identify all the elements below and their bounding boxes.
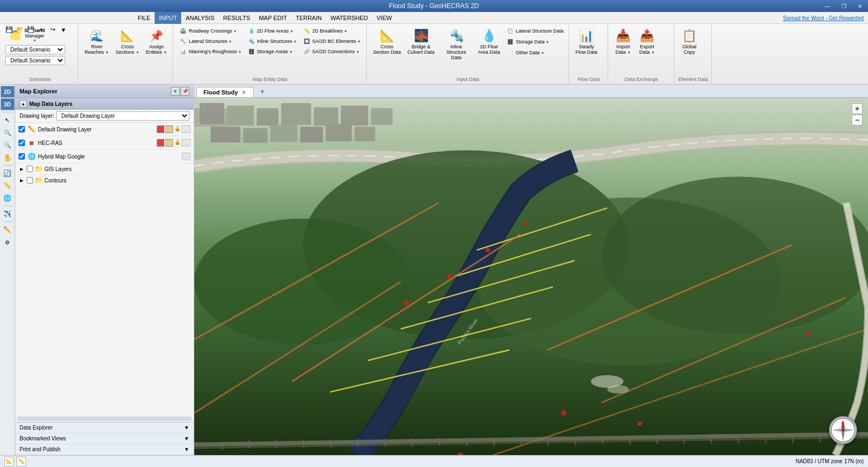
bookmarked-views-item[interactable]: Bookmarked Views ▼ bbox=[15, 433, 194, 444]
global-copy-btn[interactable]: 📋 GlobalCopy bbox=[679, 26, 700, 56]
menu-mapedit[interactable]: MAP EDIT bbox=[254, 12, 291, 24]
layer-item-hecras[interactable]: ■ HEC-RAS 🔒 ... bbox=[15, 136, 194, 150]
zoom-out-tool-btn[interactable]: 🔍 bbox=[2, 139, 14, 151]
2d-flow-areas-btn[interactable]: 💧 2D Flow Areas ▼ bbox=[246, 26, 299, 36]
layer-item-gis[interactable]: ▶ 📁 GIS Layers bbox=[15, 163, 194, 175]
close-button[interactable]: ✕ bbox=[852, 0, 868, 12]
print-publish-item[interactable]: Print and Publish ▼ bbox=[15, 444, 194, 455]
layer-checkbox-gis[interactable] bbox=[27, 166, 33, 172]
export-data-btn[interactable]: 📤 ExportData ▼ bbox=[636, 26, 658, 56]
sidebar-scrollbar[interactable] bbox=[17, 416, 192, 421]
2d-breaklines-arrow: ▼ bbox=[344, 29, 348, 33]
sa2d-connections-btn[interactable]: 🔗 SA/2D Connections ▼ bbox=[301, 47, 363, 56]
mannings-roughness-btn[interactable]: 📊 Manning's Roughness ▼ bbox=[177, 47, 244, 56]
layers-collapse-btn[interactable]: ▲ bbox=[20, 100, 27, 108]
svg-rect-7 bbox=[341, 106, 368, 126]
map-entity-group-label: Map Entity Data bbox=[177, 75, 363, 82]
layer-swatch-default[interactable] bbox=[157, 125, 164, 133]
layer-more-google[interactable]: ... bbox=[182, 153, 190, 160]
steady-flow-data-btn[interactable]: 📊 SteadyFlow Data bbox=[573, 26, 600, 56]
global-copy-label: GlobalCopy bbox=[682, 45, 697, 55]
storage-data-btn[interactable]: 🗄️ Storage Data ▼ bbox=[505, 37, 565, 47]
qa-redo-btn[interactable]: ↪ bbox=[48, 25, 58, 35]
other-data-btn[interactable]: 📄 Other Data ▼ bbox=[505, 48, 565, 58]
menu-input[interactable]: INPUT bbox=[155, 12, 181, 24]
lateral-structures-btn[interactable]: 🔧 Lateral Structures ▼ bbox=[177, 36, 244, 46]
cross-sections-btn[interactable]: 📐 CrossSections ▼ bbox=[113, 26, 142, 56]
view-3d-btn[interactable]: 3D bbox=[1, 98, 15, 110]
bridge-culvert-data-btn[interactable]: 🌉 Bridge &Culvert Data bbox=[405, 26, 437, 56]
map-tabs: Flood Study ✕ + bbox=[194, 85, 868, 98]
view-2d-btn[interactable]: 2D bbox=[1, 86, 15, 98]
coord-system-display: NAD83 / UTM zone 17N (m) bbox=[795, 458, 864, 464]
roadway-crossings-btn[interactable]: 🛣️ Roadway Crossings ▼ bbox=[177, 26, 244, 36]
print-publish-label: Print and Publish bbox=[20, 446, 61, 452]
sa2d-bc-elements-btn[interactable]: 🔲 SA/2D BC Elements ▼ bbox=[301, 36, 363, 46]
2d-breaklines-btn[interactable]: 📏 2D Breaklines ▼ bbox=[301, 26, 363, 36]
layer-swatch2-hecras[interactable] bbox=[165, 139, 173, 147]
sidebar-settings-btn[interactable]: ≡ bbox=[171, 87, 180, 96]
layer-swatch-hecras[interactable] bbox=[157, 139, 164, 147]
measure-tool-btn[interactable]: 📏 bbox=[2, 180, 14, 192]
zoom-in-map-btn[interactable]: + bbox=[852, 103, 863, 114]
map-tab-flood-study[interactable]: Flood Study ✕ bbox=[196, 87, 254, 97]
restore-button[interactable]: ❐ bbox=[835, 0, 852, 12]
layer-checkbox-default[interactable] bbox=[18, 126, 25, 132]
cross-section-data-btn[interactable]: 📐 CrossSection Data bbox=[371, 26, 404, 56]
qa-save-btn[interactable]: 💾 bbox=[4, 25, 14, 35]
layer-item-google[interactable]: 🌐 Hybrid Map Google ... bbox=[15, 150, 194, 163]
statusbar-tool-2[interactable]: 📏 bbox=[16, 457, 26, 466]
minimize-button[interactable]: — bbox=[819, 0, 835, 12]
orbit-tool-btn[interactable]: 🌐 bbox=[2, 192, 14, 204]
storage-areas-btn[interactable]: 🗄️ Storage Areas ▼ bbox=[246, 47, 299, 56]
zoom-out-map-btn[interactable]: − bbox=[852, 115, 863, 125]
statusbar-tool-1[interactable]: 📐 bbox=[4, 457, 14, 466]
menu-terrain[interactable]: TERRAIN bbox=[291, 12, 326, 24]
inline-structures-btn[interactable]: 🔩 Inline Structures ▼ bbox=[246, 36, 299, 46]
map-tab-close[interactable]: ✕ bbox=[240, 90, 247, 96]
rotate-tool-btn[interactable]: 🔄 bbox=[2, 167, 14, 179]
extra-tool-btn[interactable]: ⚙ bbox=[2, 236, 14, 248]
layer-item-contours[interactable]: ▶ 📁 Contours bbox=[15, 175, 194, 186]
layer-expand-gis[interactable]: ▶ bbox=[18, 166, 25, 172]
qa-open-btn[interactable]: 📂 bbox=[15, 25, 25, 35]
qa-dropdown-btn[interactable]: ▼ bbox=[59, 25, 68, 35]
menu-results[interactable]: RESULTS bbox=[219, 12, 254, 24]
menu-file[interactable]: FILE bbox=[133, 12, 155, 24]
inline-structure-data-btn[interactable]: 🔩 InlineStructure Data bbox=[439, 26, 474, 62]
pan-tool-btn[interactable]: ✋ bbox=[2, 152, 14, 163]
drawing-layer-select[interactable]: Default Drawing Layer bbox=[56, 111, 189, 121]
scenario-dropdown-1[interactable]: Default Scenario bbox=[5, 45, 65, 54]
layer-checkbox-google[interactable] bbox=[18, 153, 25, 160]
layer-item-default-drawing[interactable]: ✏️ Default Drawing Layer 🔒 ... bbox=[15, 123, 194, 136]
sidebar-pin-btn[interactable]: 📌 bbox=[181, 87, 189, 96]
data-explorer-item[interactable]: Data Explorer ▼ bbox=[15, 422, 194, 433]
lateral-structure-data-btn[interactable]: 📋 Lateral Structure Data bbox=[505, 26, 565, 36]
layer-more-hecras[interactable]: ... bbox=[182, 139, 190, 147]
zoom-in-tool-btn[interactable]: 🔍 bbox=[2, 127, 14, 138]
fly-tool-btn[interactable]: ✈️ bbox=[2, 208, 14, 220]
menu-watershed[interactable]: WATERSHED bbox=[326, 12, 372, 24]
layer-expand-contours[interactable]: ▶ bbox=[18, 177, 25, 184]
spread-word-link[interactable]: Spread the Word - Get Rewarded bbox=[783, 15, 864, 21]
edit-tool-btn[interactable]: ✏️ bbox=[2, 224, 14, 236]
assign-entities-btn[interactable]: 📌 AssignEntities ▼ bbox=[144, 26, 169, 56]
svg-line-59 bbox=[711, 435, 712, 443]
import-data-btn[interactable]: 📥 ImportData ▼ bbox=[612, 26, 634, 56]
qa-save2-btn[interactable]: 💾 bbox=[26, 25, 36, 35]
menu-analysis[interactable]: ANALYSIS bbox=[181, 12, 219, 24]
qa-undo-btn[interactable]: ↩ bbox=[37, 25, 47, 35]
map-viewport[interactable]: Patoka River bbox=[194, 98, 868, 455]
river-reaches-btn[interactable]: 🌊 RiverReaches ▼ bbox=[82, 26, 111, 56]
menu-view[interactable]: VIEW bbox=[372, 12, 396, 24]
scenario-dropdown-2[interactable]: Default Scenario bbox=[5, 56, 65, 65]
layer-more-default[interactable]: ... bbox=[182, 125, 190, 133]
layer-checkbox-contours[interactable] bbox=[27, 177, 33, 184]
layer-checkbox-hecras[interactable] bbox=[18, 140, 25, 146]
layer-icon-hecras: ■ bbox=[27, 138, 36, 148]
map-tab-add-btn[interactable]: + bbox=[256, 85, 269, 97]
2d-flow-area-data-btn[interactable]: 💧 2D FlowArea Data bbox=[476, 26, 502, 56]
layer-swatch2-default[interactable] bbox=[165, 125, 173, 133]
select-tool-btn[interactable]: ↖ bbox=[2, 114, 14, 126]
mannings-roughness-label: Manning's Roughness bbox=[189, 49, 237, 54]
